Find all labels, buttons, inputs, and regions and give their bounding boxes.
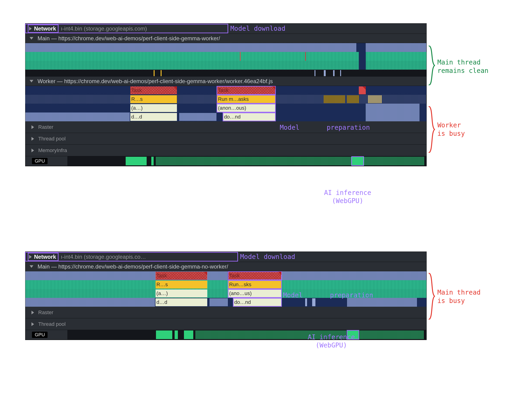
main2-row-2[interactable]: R…s Run…sks: [25, 280, 426, 289]
annotation-model-download-1: Model download: [230, 25, 285, 32]
worker-track-header[interactable]: Worker — https://chrome.dev/web-ai-demos…: [25, 77, 426, 86]
chevron-right-icon: [31, 311, 34, 314]
threadpool-track-2[interactable]: Thread pool: [25, 318, 426, 330]
annotation-model-download-2: Model download: [240, 253, 295, 261]
threadpool-track[interactable]: Thread pool: [25, 133, 426, 145]
chevron-right-icon: [31, 148, 34, 152]
main-flame-row-4[interactable]: [25, 70, 426, 77]
annotation-worker-busy: Workeris busy: [437, 121, 465, 138]
network-filename: ı-int4.bin (storage.googleapis.com): [61, 25, 147, 32]
task-2-p2[interactable]: Task: [228, 272, 281, 280]
raster-label-2: Raster: [38, 310, 53, 315]
call-r-1[interactable]: R…s: [130, 95, 177, 103]
network-track-header[interactable]: Network ı-int4.bin (storage.googleapis.c…: [25, 24, 426, 34]
threadpool-label: Thread pool: [38, 136, 66, 142]
gpu-inference-segment[interactable]: [352, 157, 363, 165]
annotation-main-busy: Main threadis busy: [437, 288, 480, 305]
call-r-p2[interactable]: R…s: [155, 281, 207, 288]
worker-row-4[interactable]: d…d do…nd: [25, 112, 426, 121]
chevron-right-icon: [29, 255, 32, 259]
call-anon-1[interactable]: (a…): [130, 104, 177, 112]
call-dond[interactable]: do…nd: [233, 298, 281, 306]
chevron-down-icon: [30, 37, 33, 40]
chevron-right-icon: [31, 322, 34, 326]
memoryinfra-track[interactable]: MemoryInfra: [25, 145, 426, 156]
gpu-label: GPU: [32, 158, 48, 164]
task-block-1[interactable]: Task: [130, 86, 177, 94]
task-1-p2[interactable]: Task: [155, 272, 207, 280]
annotation-model-prep-2: Model preparation: [283, 291, 330, 299]
chevron-right-icon: [29, 27, 32, 30]
annotation-ai-inference-1: AI inference(WebGPU): [324, 189, 371, 205]
main-track-header[interactable]: Main — https://chrome.dev/web-ai-demos/p…: [25, 34, 426, 43]
task-block-2[interactable]: Task: [217, 86, 275, 94]
main-url-2: Main — https://chrome.dev/web-ai-demos/p…: [38, 263, 228, 270]
raster-label: Raster: [38, 124, 53, 130]
call-runsks[interactable]: Run…sks: [228, 281, 281, 288]
call-d-p2[interactable]: d…d: [155, 298, 207, 306]
call-anonymous[interactable]: (anon…ous): [217, 104, 275, 112]
main2-row-1[interactable]: Task Task: [25, 271, 426, 280]
worker-url: Worker — https://chrome.dev/web-ai-demos…: [38, 78, 273, 84]
network-label: Network: [34, 25, 56, 32]
worker-row-3[interactable]: (a…) (anon…ous): [25, 104, 426, 112]
main-track-header-2[interactable]: Main — https://chrome.dev/web-ai-demos/p…: [25, 262, 426, 271]
network-filename-2: ı-int4.bin (storage.googleapis.co…: [61, 254, 146, 260]
perf-panel-worker[interactable]: Network ı-int4.bin (storage.googleapis.c…: [25, 23, 427, 166]
gpu-track-2[interactable]: GPU: [25, 330, 426, 340]
gpu-label-2: GPU: [32, 332, 48, 338]
gpu-track[interactable]: GPU: [25, 156, 426, 166]
annotation-ai-inference-2: AI inference(WebGPU): [308, 333, 355, 349]
network-track-header-2[interactable]: Network ı-int4.bin (storage.googleapis.c…: [25, 252, 426, 262]
threadpool-label-2: Thread pool: [38, 321, 66, 327]
call-d-1[interactable]: d…d: [130, 113, 177, 121]
raster-track-2[interactable]: Raster: [25, 307, 426, 318]
memoryinfra-label: MemoryInfra: [38, 148, 67, 154]
call-anous[interactable]: (ano…us): [228, 289, 281, 297]
brace-main-clean: [428, 46, 435, 85]
main-url: Main — https://chrome.dev/web-ai-demos/p…: [38, 35, 220, 42]
chevron-down-icon: [30, 80, 33, 83]
worker-row-2[interactable]: R…s Run m…asks: [25, 95, 426, 104]
main-flame-row-3[interactable]: [25, 61, 426, 70]
worker-row-task[interactable]: Task Task: [25, 86, 426, 95]
network-label-2: Network: [34, 254, 56, 260]
annotation-model-prep-1: Model preparation: [280, 123, 326, 132]
chevron-right-icon: [31, 125, 34, 129]
call-run-masks[interactable]: Run m…asks: [217, 95, 275, 103]
chevron-right-icon: [31, 137, 34, 141]
brace-worker-busy: [428, 106, 435, 153]
main-flame-row-2[interactable]: [25, 52, 426, 61]
main2-row-4[interactable]: d…d do…nd: [25, 298, 426, 307]
brace-main-busy: [428, 273, 435, 320]
main-flame-row-1[interactable]: [25, 43, 426, 52]
call-a-p2[interactable]: (a…): [155, 289, 207, 297]
call-download[interactable]: do…nd: [223, 113, 275, 121]
chevron-down-icon: [30, 265, 33, 268]
annotation-main-clean: Main threadremains clean: [437, 58, 488, 75]
